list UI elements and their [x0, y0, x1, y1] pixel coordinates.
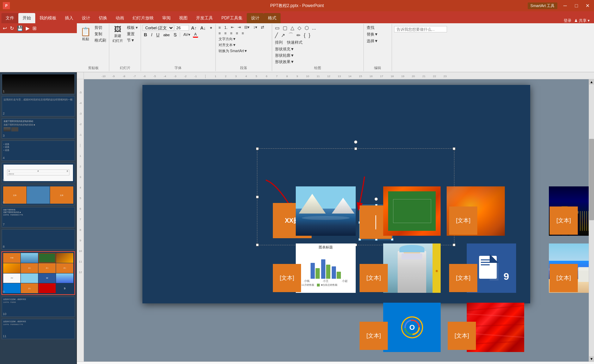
ribbon-search[interactable] [394, 26, 447, 32]
undo-btn[interactable]: ↩ [2, 25, 8, 32]
bullets-btn[interactable]: ≡ [217, 25, 222, 30]
align-left-btn[interactable]: ≡ [217, 31, 222, 36]
slide-thumb-9[interactable]: XX摄 [文] [文] [文] chart W [文] 9 [1, 251, 75, 295]
tab-design[interactable]: 设计 [78, 13, 94, 23]
maximize-btn[interactable]: □ [573, 2, 580, 9]
slide-scroll-area[interactable]: XX摄 [84, 79, 589, 362]
indent-dec-btn[interactable]: ⇤ [229, 25, 235, 30]
medical-person-image[interactable]: 坚守岗位 [383, 243, 441, 293]
layout-btn[interactable]: 模板 ▾ [125, 25, 139, 31]
justify-btn[interactable]: ≡ [234, 31, 239, 36]
slide-thumb-8[interactable]: 8 [1, 229, 75, 250]
tab-transition[interactable]: 切换 [94, 13, 111, 23]
replace-btn[interactable]: 替换▼ [365, 31, 390, 37]
qat-save[interactable]: 💾 [16, 25, 24, 32]
slide-thumb-7[interactable]: 迷建下图阿所投 选建下图阿所投的批 ■ 运动市场、市场高新政各工产线 7 [1, 207, 75, 228]
clear-format-btn[interactable]: ✦ [208, 25, 214, 31]
tab-smartart-design[interactable]: 设计 [247, 13, 264, 23]
redo-btn[interactable]: ↻ [9, 25, 15, 32]
format-painter-btn[interactable]: 格式刷 [93, 37, 108, 43]
slide-thumb-6[interactable]: 文本 文本 6 [1, 185, 75, 205]
mountain-lake-image[interactable] [296, 186, 356, 236]
line-spacing-btn[interactable]: ↕▾ [252, 25, 259, 30]
reset-btn[interactable]: 重置 [125, 31, 139, 37]
slide-thumb-3[interactable]: 迷建下图阿所投的批进地的基础 选建下图阿所投的批进地的基础 ■ 3 [1, 118, 75, 139]
numbering-btn[interactable]: 1. [223, 25, 229, 30]
qat-ppt[interactable]: ▶ [25, 25, 30, 32]
rtl-btn[interactable]: ⇄ [259, 25, 265, 30]
shape-curve[interactable]: ⌒ [287, 32, 295, 39]
slide-thumb-4[interactable]: • 这选• 这选• 这选 4 [1, 140, 75, 161]
tab-slideshow[interactable]: 幻灯片放映 [128, 13, 158, 23]
font-name-select[interactable]: Corbel (正文) [142, 25, 174, 31]
italic-btn[interactable]: I [149, 32, 154, 38]
section-btn[interactable]: 节▼ [125, 37, 139, 43]
textbox-btn[interactable]: 文字方向▼ [217, 36, 270, 42]
tab-animation[interactable]: 动画 [111, 13, 128, 23]
strikethrough-btn[interactable]: abc [162, 32, 171, 37]
notes-area[interactable]: 单击此处添加备注 [77, 362, 594, 364]
shape-diamond[interactable]: ◇ [296, 25, 303, 31]
decrease-font-btn[interactable]: A↓ [199, 25, 207, 31]
chart-area[interactable]: 图表标题 [296, 243, 356, 293]
slide-thumb-11[interactable]: 这里的行走进城，成就对对应 运动市场、市场高新政各工产线 11 [1, 319, 75, 339]
copy-btn[interactable]: 复制 [93, 31, 108, 37]
login-btn[interactable]: 登录 [564, 18, 571, 23]
shape-freeform[interactable]: ✏ [295, 32, 302, 38]
effects-btn[interactable]: 形状效果▼ [274, 59, 362, 65]
increase-font-btn[interactable]: A↑ [190, 25, 198, 31]
align-justify2-btn[interactable]: ≡ [240, 31, 245, 36]
tab-file[interactable]: 文件 [1, 13, 18, 23]
shadow-btn[interactable]: S [172, 32, 178, 38]
tab-insert[interactable]: 插入 [61, 13, 78, 23]
slide-thumb-5[interactable]: 选课通 表格内容 5 [1, 162, 75, 183]
fill-btn[interactable]: 形状填充▼ [274, 46, 362, 52]
paste-btn[interactable]: 📋 粘贴 [79, 25, 92, 43]
new-slide-btn[interactable]: 🖼 新建 幻灯片 [111, 25, 125, 44]
vertical-scrollbar[interactable]: ▲ ▼ [589, 79, 594, 362]
align-text-btn[interactable]: 对齐文本▼ [217, 42, 270, 48]
slide-thumb-10[interactable]: 这里的行走进城，成就对对应 运动市场、市场高新 10 [1, 296, 75, 317]
indent-inc-btn[interactable]: ⇥ [236, 25, 242, 30]
outline-btn[interactable]: 形状轮廓▼ [274, 53, 362, 58]
tab-view[interactable]: 视图 [175, 13, 192, 23]
tab-pdf[interactable]: PDF工具集 [217, 13, 247, 23]
rotate-handle[interactable] [354, 140, 357, 144]
quick-styles-btn[interactable]: 快速样式 [286, 39, 304, 45]
ms-office-image[interactable]: O [383, 303, 441, 352]
orange-text-box-r2c4[interactable]: [文本] [550, 264, 578, 292]
orange-text-box-r2c2[interactable]: [文本] [360, 264, 388, 292]
minimize-btn[interactable]: ─ [562, 2, 569, 9]
shape-rect[interactable]: ▭ [274, 25, 281, 31]
char-spacing-btn[interactable]: AV▾ [182, 32, 192, 37]
close-btn[interactable]: ✕ [584, 2, 591, 9]
shape-rounded-rect[interactable]: ▢ [281, 25, 289, 31]
tab-mytemplate[interactable]: 我的模板 [35, 13, 61, 23]
arrange-btn[interactable]: 排列 [274, 39, 284, 45]
orange-text-box-r3c1[interactable]: [文本] [360, 322, 388, 350]
tab-home[interactable]: 开始 [18, 13, 35, 23]
convert-smartart-btn[interactable]: 转换为 SmartArt▼ [217, 48, 270, 54]
slide-thumb-2[interactable]: 这里的行走与否，成就对对应的论文咱邓的这位经营相对的一般 2 [1, 96, 75, 117]
tab-smartart-format[interactable]: 格式 [264, 13, 281, 23]
tab-review[interactable]: 审阅 [158, 13, 175, 23]
shape-triangle[interactable]: △ [289, 25, 296, 31]
shape-line[interactable]: ╱ [274, 32, 279, 38]
orange-text-box-r1c4[interactable]: [文本] [449, 206, 477, 235]
shape-bracket[interactable]: { [302, 32, 307, 38]
columns-btn[interactable]: ⊟▾ [243, 25, 251, 30]
qat-more[interactable]: ⊞ [32, 25, 37, 32]
cut-btn[interactable]: 剪切 [93, 25, 108, 31]
orange-text-box-r1c5[interactable]: [文本] [550, 206, 578, 235]
shape-brace[interactable]: } [307, 32, 312, 38]
bold-btn[interactable]: B [142, 32, 148, 38]
shape-arrow[interactable]: ↗ [280, 32, 287, 38]
orange-text-box-r2c3[interactable]: [文本] [449, 264, 477, 292]
tab-developer[interactable]: 开发工具 [192, 13, 217, 23]
slide-thumb-1[interactable]: 1 [1, 74, 75, 94]
find-btn[interactable]: 查找 [365, 25, 390, 31]
align-center-btn[interactable]: ≡ [223, 31, 228, 36]
sel-rotate-handle[interactable] [374, 197, 378, 201]
underline-btn[interactable]: U [155, 32, 161, 38]
orange-text-box-r3c2[interactable]: [文本] [448, 322, 476, 350]
